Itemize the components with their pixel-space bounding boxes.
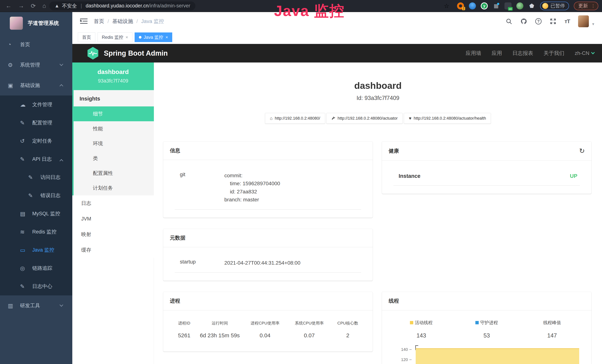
- github-icon[interactable]: [520, 18, 527, 25]
- sidebar-item-java-monitor[interactable]: ▭ Java 监控: [0, 241, 72, 259]
- process-col-header: CPU核心数: [332, 321, 364, 326]
- tabs-bar: 首页 Redis 监控 × Java 监控 ×: [72, 31, 602, 44]
- log-edit-icon: ✎: [20, 156, 30, 162]
- legend-value: 53: [454, 332, 519, 339]
- help-icon[interactable]: ?: [535, 18, 542, 24]
- sidebar-item-file-mgmt[interactable]: ☁ 文件管理: [0, 96, 72, 114]
- process-col-header: 进程CPU使用率: [243, 321, 287, 326]
- sba-item-metrics[interactable]: 性能: [74, 121, 154, 136]
- sidebar-item-infrastructure[interactable]: ▣ 基础设施: [0, 75, 72, 96]
- annotation-java-monitor: Java 监控: [274, 1, 345, 21]
- security-label: 不安全: [62, 3, 77, 9]
- profile-paused-pill[interactable]: 已暂停: [540, 2, 569, 10]
- browser-menu-icon[interactable]: ⋮: [591, 3, 595, 9]
- process-col-header: 进程ID: [172, 321, 197, 326]
- sba-item-logs[interactable]: 日志: [72, 195, 154, 211]
- sba-instance-id: 93a3fc7f7409: [74, 78, 152, 84]
- wrench-icon: [331, 116, 335, 120]
- process-col-header: 运行时间: [197, 321, 243, 326]
- sba-nav-journal[interactable]: 日志报表: [512, 50, 533, 57]
- tab-home[interactable]: 首页: [78, 32, 95, 42]
- home-icon[interactable]: ⌂: [43, 2, 46, 9]
- status-badge: UP: [570, 173, 577, 179]
- sba-item-mappings[interactable]: 映射: [72, 227, 154, 242]
- sba-locale-select[interactable]: zh-CN: [575, 50, 594, 56]
- breadcrumb-item-current: Java 监控: [141, 18, 164, 25]
- bookmark-star-icon[interactable]: ☆: [444, 2, 449, 10]
- extension-icon[interactable]: [516, 2, 523, 10]
- sba-item-environment[interactable]: 环境: [74, 136, 154, 151]
- spring-boot-admin-frame: Spring Boot Admin 应用墙 应用 日志报表 关于我们 zh-CN: [72, 44, 602, 364]
- sidebar-item-redis-monitor[interactable]: ≋ Redis 监控: [0, 223, 72, 241]
- process-value: 6d 23h 15m 59s: [197, 332, 243, 339]
- sidebar-item-error-logs[interactable]: ✎ 错误日志: [0, 186, 72, 204]
- address-bar[interactable]: ▲ 不安全 | dashboard.yudao.iocoder.cn/infra…: [49, 1, 195, 11]
- sidebar-item-api-logs[interactable]: ✎ API 日志: [0, 150, 72, 168]
- breadcrumb-item[interactable]: 首页: [94, 18, 104, 25]
- user-avatar[interactable]: [578, 15, 589, 27]
- sba-item-caches[interactable]: 缓存: [72, 242, 154, 258]
- sidebar-item-scheduled-jobs[interactable]: ↺ 定时任务: [0, 132, 72, 150]
- sba-item-scheduled-tasks[interactable]: 计划任务: [74, 181, 154, 195]
- page-subtitle: Id: 93a3fc7f7409: [154, 95, 602, 101]
- toolbox-icon: ▥: [8, 302, 17, 309]
- extension-icon[interactable]: [469, 2, 476, 10]
- forward-icon[interactable]: →: [18, 2, 24, 9]
- reload-icon[interactable]: ⟳: [31, 2, 36, 10]
- database-icon: ▤: [20, 211, 30, 217]
- sba-nav-wallboard[interactable]: 应用墙: [466, 50, 481, 57]
- sidebar-item-mysql-monitor[interactable]: ▤ MySQL 监控: [0, 204, 72, 223]
- edit-icon: ✎: [20, 120, 30, 126]
- sidebar-item-dev-tools[interactable]: ▥ 研发工具: [0, 295, 72, 316]
- sba-item-classes[interactable]: 类: [74, 151, 154, 166]
- actuator-url-button[interactable]: http://192.168.0.2:48080/actuator: [326, 113, 403, 124]
- extension-icon[interactable]: ▦: [493, 2, 500, 10]
- sba-instance-header[interactable]: dashboard 93a3fc7f7409: [72, 63, 154, 90]
- close-tab-icon[interactable]: ×: [126, 35, 128, 40]
- health-instance-row[interactable]: Instance UP: [393, 167, 580, 186]
- spring-boot-admin-logo-icon[interactable]: [87, 47, 99, 60]
- sba-navbar: Spring Boot Admin 应用墙 应用 日志报表 关于我们 zh-CN: [72, 44, 602, 63]
- threads-card-title: 线程: [389, 298, 399, 304]
- sba-nav-about[interactable]: 关于我们: [544, 50, 564, 57]
- extension-icon[interactable]: y: [481, 2, 488, 10]
- legend-swatch-blue-icon: [475, 321, 479, 324]
- health-url-button[interactable]: ♥ http://192.168.0.2:48080/actuator/heal…: [404, 113, 491, 124]
- collapse-menu-icon[interactable]: [80, 18, 87, 24]
- chevron-down-icon: [60, 62, 63, 66]
- sidebar-item-log-center[interactable]: ✎ 日志中心: [0, 277, 72, 295]
- metadata-card-title: 元数据: [170, 234, 185, 241]
- sba-content: dashboard Id: 93a3fc7f7409 ⌂ http://192.…: [154, 63, 602, 364]
- fullscreen-icon[interactable]: [550, 18, 556, 25]
- screen: ← → ⟳ ⌂ ▲ 不安全 | dashboard.yudao.iocoder.…: [0, 0, 602, 364]
- sidebar-item-home[interactable]: ◔ 首页: [0, 34, 72, 55]
- app-logo-row[interactable]: 芋道管理系统: [0, 12, 72, 34]
- browser-extensions-area: ☆ 1 y ▦ on ⬟ 已暂停 更新 ⋮: [444, 2, 598, 10]
- sba-item-config-props[interactable]: 配置属性: [74, 166, 154, 181]
- search-icon[interactable]: [505, 18, 512, 25]
- legend-item-peak: 线程峰值: [519, 320, 585, 326]
- sidebar-item-config-mgmt[interactable]: ✎ 配置管理: [0, 114, 72, 132]
- tab-java-monitor[interactable]: Java 监控 ×: [135, 32, 172, 42]
- sidebar-item-access-logs[interactable]: ✎ 访问日志: [0, 168, 72, 186]
- extension-icon[interactable]: 1: [457, 2, 464, 10]
- back-icon[interactable]: ←: [6, 2, 11, 9]
- user-menu-caret-icon[interactable]: ▾: [592, 22, 594, 27]
- sidebar-item-system-mgmt[interactable]: ⚙ 系统管理: [0, 55, 72, 75]
- service-url-button[interactable]: ⌂ http://192.168.0.2:48080/: [265, 113, 325, 124]
- history-icon[interactable]: ↺: [579, 147, 585, 155]
- sidebar-item-tracing[interactable]: ◎ 链路追踪: [0, 259, 72, 277]
- sba-item-jvm[interactable]: JVM: [72, 211, 154, 227]
- gear-icon: ⚙: [8, 62, 17, 68]
- close-tab-icon[interactable]: ×: [165, 35, 168, 40]
- browser-update-button[interactable]: 更新 ⋮: [574, 2, 598, 10]
- breadcrumb-item[interactable]: 基础设施: [112, 18, 133, 25]
- sba-brand-title[interactable]: Spring Boot Admin: [104, 49, 168, 57]
- font-size-icon[interactable]: ᴛT: [565, 18, 570, 24]
- sba-root-items: 日志 JVM 映射 缓存: [72, 195, 154, 258]
- extension-icon[interactable]: on: [505, 2, 512, 10]
- sba-nav-applications[interactable]: 应用: [492, 50, 502, 57]
- extensions-puzzle-icon[interactable]: ⬟: [528, 2, 535, 10]
- tab-redis-monitor[interactable]: Redis 监控 ×: [97, 32, 132, 42]
- sba-item-details[interactable]: 细节: [74, 107, 154, 121]
